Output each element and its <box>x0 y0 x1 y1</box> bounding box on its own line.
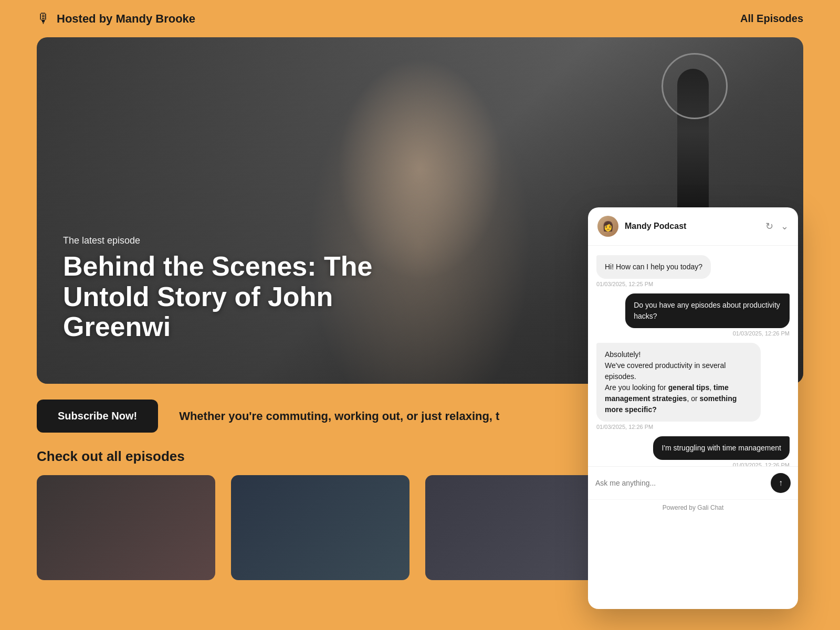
chat-avatar: 👩 <box>597 216 618 237</box>
message-user-2: I'm struggling with time management 01/0… <box>596 436 790 466</box>
chat-collapse-button[interactable]: ⌄ <box>781 220 789 232</box>
chat-refresh-button[interactable]: ↻ <box>765 220 773 232</box>
chat-messages: Hi! How can I help you today? 01/03/2025… <box>588 246 798 466</box>
bubble-user-2: I'm struggling with time management <box>653 436 790 460</box>
message-bot-2: Absolutely! We've covered productivity i… <box>596 343 790 430</box>
chat-header-actions: ↻ ⌄ <box>765 220 789 232</box>
chat-input-area: ↑ <box>588 466 798 499</box>
bubble-bot-2: Absolutely! We've covered productivity i… <box>596 343 761 422</box>
powered-by-label: Powered by <box>663 504 696 511</box>
all-episodes-link[interactable]: All Episodes <box>740 13 803 25</box>
chat-input[interactable] <box>595 479 765 487</box>
hero-text-overlay: The latest episode Behind the Scenes: Th… <box>63 235 430 342</box>
bubble-user-1: Do you have any episodes about productiv… <box>625 293 790 328</box>
powered-by-brand: Gali Chat <box>697 504 723 511</box>
message-bot-1: Hi! How can I help you today? 01/03/2025… <box>596 255 790 287</box>
message-user-1: Do you have any episodes about productiv… <box>596 293 790 337</box>
hero-subtitle: The latest episode <box>63 235 430 246</box>
chat-name: Mandy Podcast <box>625 222 765 231</box>
episode-card-3[interactable] <box>425 475 604 580</box>
episode-card-1[interactable] <box>37 475 215 580</box>
msg-time-3: 01/03/2025, 12:26 PM <box>596 424 653 430</box>
chat-widget: 👩 Mandy Podcast ↻ ⌄ Hi! How can I help y… <box>588 207 798 609</box>
msg-time-2: 01/03/2025, 12:26 PM <box>733 330 790 337</box>
microphone-icon: 🎙 <box>37 10 50 27</box>
chat-send-button[interactable]: ↑ <box>771 473 791 493</box>
chat-header: 👩 Mandy Podcast ↻ ⌄ <box>588 207 798 246</box>
hero-title: Behind the Scenes: The Untold Story of J… <box>63 251 430 342</box>
msg-time-4: 01/03/2025, 12:26 PM <box>733 462 790 466</box>
host-label: Hosted by Mandy Brooke <box>57 12 195 26</box>
episode-card-2[interactable] <box>231 475 410 580</box>
site-header: 🎙 Hosted by Mandy Brooke All Episodes <box>0 0 840 37</box>
chat-footer: Powered by Gali Chat <box>588 499 798 516</box>
tagline-text: Whether you're commuting, working out, o… <box>179 410 499 423</box>
msg-time-1: 01/03/2025, 12:25 PM <box>596 281 653 287</box>
bubble-bot-1: Hi! How can I help you today? <box>596 255 711 279</box>
subscribe-button[interactable]: Subscribe Now! <box>37 400 158 433</box>
studio-mic-shape <box>677 69 709 226</box>
header-left: 🎙 Hosted by Mandy Brooke <box>37 10 195 27</box>
